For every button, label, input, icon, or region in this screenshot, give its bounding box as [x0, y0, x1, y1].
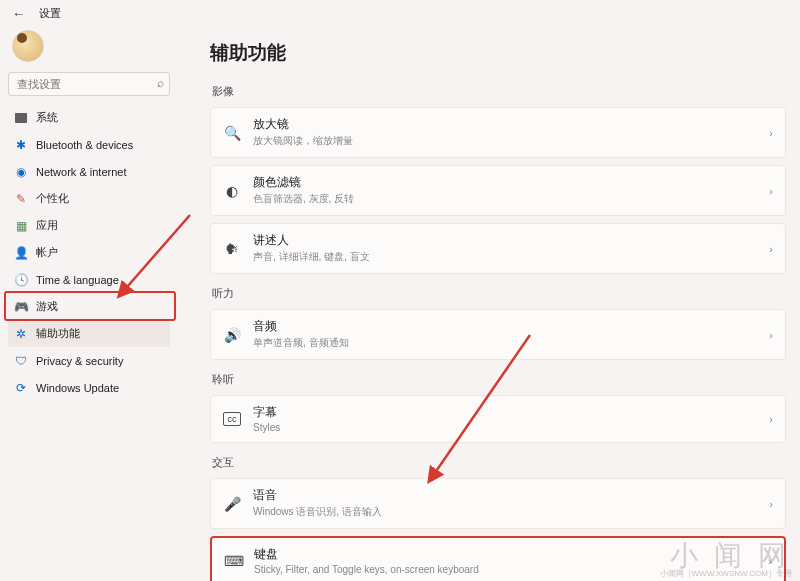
- section-vision-label: 影像: [212, 84, 786, 99]
- search-input[interactable]: [8, 72, 170, 96]
- sidebar-item-network[interactable]: ◉ Network & internet: [8, 158, 170, 185]
- sidebar-item-label: 系统: [36, 110, 58, 125]
- tile-color-filters[interactable]: ◐ 颜色滤镜色盲筛选器, 灰度, 反转 ›: [210, 165, 786, 216]
- shield-icon: 🛡: [14, 354, 28, 368]
- apps-icon: ▦: [14, 219, 28, 233]
- sidebar-item-personalization[interactable]: ✎ 个性化: [8, 185, 170, 212]
- accessibility-icon: ✲: [14, 327, 28, 341]
- back-button[interactable]: ←: [12, 6, 25, 21]
- update-icon: ⟳: [14, 381, 28, 395]
- system-icon: [14, 111, 28, 125]
- section-captions-label: 聆听: [212, 372, 786, 387]
- sidebar-item-label: 应用: [36, 218, 58, 233]
- tile-title: 颜色滤镜: [253, 175, 354, 190]
- tile-title: 讲述人: [253, 233, 370, 248]
- tile-audio[interactable]: 🔊 音频单声道音频, 音频通知 ›: [210, 309, 786, 360]
- chevron-right-icon: ›: [769, 498, 773, 510]
- sidebar-item-label: 帐户: [36, 245, 58, 260]
- tile-narrator[interactable]: 🗣 讲述人声音, 详细详细, 键盘, 盲文 ›: [210, 223, 786, 274]
- sidebar-item-label: Privacy & security: [36, 355, 123, 367]
- page-title: 辅助功能: [210, 40, 786, 66]
- sidebar-item-label: Bluetooth & devices: [36, 139, 133, 151]
- brush-icon: ✎: [14, 192, 28, 206]
- section-interaction-label: 交互: [212, 455, 786, 470]
- tile-subtitle: 单声道音频, 音频通知: [253, 336, 349, 350]
- chevron-right-icon: ›: [769, 413, 773, 425]
- color-filter-icon: ◐: [223, 183, 241, 199]
- sidebar-item-label: 辅助功能: [36, 326, 80, 341]
- tile-title: 字幕: [253, 405, 280, 420]
- chevron-right-icon: ›: [768, 555, 772, 567]
- chevron-right-icon: ›: [769, 185, 773, 197]
- sidebar-item-apps[interactable]: ▦ 应用: [8, 212, 170, 239]
- sidebar-item-update[interactable]: ⟳ Windows Update: [8, 374, 170, 401]
- tile-keyboard[interactable]: ⌨ 键盘Sticky, Filter, and Toggle keys, on-…: [210, 536, 786, 581]
- chevron-right-icon: ›: [769, 127, 773, 139]
- audio-icon: 🔊: [223, 327, 241, 343]
- tile-title: 音频: [253, 319, 349, 334]
- tile-subtitle: 放大镜阅读，缩放增量: [253, 134, 353, 148]
- chevron-right-icon: ›: [769, 243, 773, 255]
- sidebar-item-gaming[interactable]: 🎮 游戏: [8, 293, 170, 320]
- tile-subtitle: 色盲筛选器, 灰度, 反转: [253, 192, 354, 206]
- chevron-right-icon: ›: [769, 329, 773, 341]
- avatar[interactable]: [12, 30, 44, 62]
- sidebar-item-label: 个性化: [36, 191, 69, 206]
- tile-title: 语音: [253, 488, 382, 503]
- tile-captions[interactable]: cc 字幕Styles ›: [210, 395, 786, 443]
- mic-icon: 🎤: [223, 496, 241, 512]
- sidebar-item-label: Network & internet: [36, 166, 126, 178]
- gaming-icon: 🎮: [14, 300, 28, 314]
- tile-speech[interactable]: 🎤 语音Windows 语音识别, 语音输入 ›: [210, 478, 786, 529]
- tile-subtitle: Styles: [253, 422, 280, 433]
- sidebar-item-privacy[interactable]: 🛡 Privacy & security: [8, 347, 170, 374]
- sidebar-item-accounts[interactable]: 👤 帐户: [8, 239, 170, 266]
- section-hearing-label: 听力: [212, 286, 786, 301]
- person-icon: 👤: [14, 246, 28, 260]
- sidebar-item-label: 游戏: [36, 299, 58, 314]
- tile-title: 键盘: [254, 547, 479, 562]
- tile-title: 放大镜: [253, 117, 353, 132]
- app-title: 设置: [39, 6, 61, 21]
- narrator-icon: 🗣: [223, 241, 241, 257]
- sidebar-item-label: Time & language: [36, 274, 119, 286]
- sidebar-item-label: Windows Update: [36, 382, 119, 394]
- tile-magnifier[interactable]: 🔍 放大镜放大镜阅读，缩放增量 ›: [210, 107, 786, 158]
- keyboard-icon: ⌨: [224, 553, 242, 569]
- wifi-icon: ◉: [14, 165, 28, 179]
- clock-icon: 🕓: [14, 273, 28, 287]
- magnifier-icon: 🔍: [223, 125, 241, 141]
- sidebar-item-time[interactable]: 🕓 Time & language: [8, 266, 170, 293]
- sidebar-item-bluetooth[interactable]: ✱ Bluetooth & devices: [8, 131, 170, 158]
- sidebar-item-accessibility[interactable]: ✲ 辅助功能: [8, 320, 170, 347]
- bluetooth-icon: ✱: [14, 138, 28, 152]
- cc-icon: cc: [223, 412, 241, 426]
- sidebar-item-system[interactable]: 系统: [8, 104, 170, 131]
- tile-subtitle: Sticky, Filter, and Toggle keys, on-scre…: [254, 564, 479, 575]
- tile-subtitle: Windows 语音识别, 语音输入: [253, 505, 382, 519]
- tile-subtitle: 声音, 详细详细, 键盘, 盲文: [253, 250, 370, 264]
